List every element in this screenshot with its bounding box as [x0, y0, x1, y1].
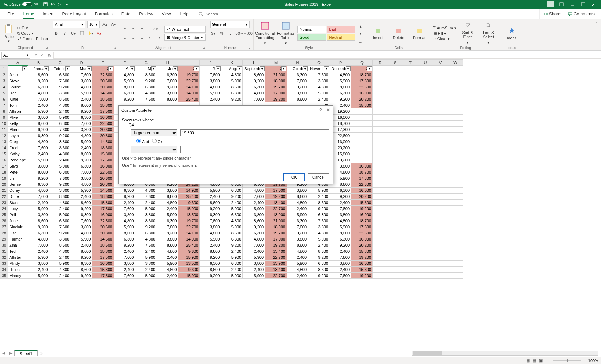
cell[interactable]: 16,000 — [92, 163, 114, 169]
cell[interactable]: 8,600 — [135, 218, 157, 224]
cell[interactable]: ▾ — [8, 66, 28, 72]
cell[interactable] — [373, 248, 388, 254]
column-header[interactable]: O — [308, 60, 330, 66]
cell[interactable]: 2,400 — [135, 267, 157, 273]
cell[interactable]: 8,600 — [287, 96, 308, 102]
cell[interactable] — [448, 242, 463, 248]
cell[interactable]: 14,900 — [178, 236, 200, 242]
align-middle-icon[interactable]: ≡ — [130, 26, 136, 32]
column-header[interactable]: C — [49, 60, 71, 66]
cell[interactable]: Fred — [8, 145, 28, 151]
cell[interactable]: 2,400 — [114, 248, 135, 254]
cell[interactable] — [433, 254, 448, 261]
filter-button[interactable]: ▾ — [44, 66, 49, 71]
cell[interactable]: 7,600 — [287, 224, 308, 230]
cell[interactable]: August▾ — [221, 66, 243, 72]
cell[interactable] — [388, 78, 403, 84]
cell[interactable] — [373, 108, 388, 115]
cell[interactable]: 2,400 — [28, 200, 49, 206]
cell[interactable]: 22,500 — [92, 169, 114, 175]
cell[interactable]: 5,900 — [221, 254, 243, 261]
cell[interactable]: 7,600 — [200, 72, 221, 78]
cell[interactable] — [373, 254, 388, 261]
dialog-launcher-icon[interactable]: ◢ — [114, 46, 116, 50]
cell[interactable] — [373, 139, 388, 145]
cell[interactable]: 7,600 — [28, 145, 49, 151]
cell[interactable] — [403, 121, 418, 127]
cell[interactable]: 6,300 — [200, 261, 221, 267]
cell[interactable]: 8,600 — [221, 84, 243, 90]
cell[interactable]: 8,600 — [71, 200, 92, 206]
cell[interactable]: 15,800 — [92, 102, 114, 108]
cell[interactable]: 21,000 — [265, 72, 287, 78]
redo-icon[interactable] — [57, 2, 62, 7]
style-gallery-up-icon[interactable]: ▴ — [357, 23, 364, 29]
cell[interactable]: 15,800 — [351, 248, 373, 254]
operator-1-select[interactable]: is greater than — [131, 129, 177, 136]
cell[interactable] — [403, 127, 418, 133]
cell[interactable]: Silva — [8, 163, 28, 169]
cell[interactable] — [373, 78, 388, 84]
cell[interactable]: 7,600 — [308, 218, 330, 224]
cell[interactable]: 18,600 — [92, 194, 114, 200]
cell[interactable]: 7,600 — [135, 242, 157, 248]
column-header[interactable]: V — [433, 60, 448, 66]
cell[interactable]: Jean — [8, 72, 28, 78]
cell[interactable]: 6,300 — [71, 261, 92, 267]
cell[interactable]: 4,800 — [243, 90, 265, 96]
cell[interactable] — [448, 261, 463, 267]
cell[interactable]: 9,200 — [71, 206, 92, 212]
border-button[interactable] — [79, 30, 85, 37]
cell[interactable]: 2,400 — [28, 151, 49, 157]
column-header[interactable]: L — [243, 60, 265, 66]
cell[interactable]: 4,800 — [287, 200, 308, 206]
collapse-ribbon-icon[interactable]: ˄ — [593, 21, 600, 27]
column-header[interactable]: A — [8, 60, 28, 66]
cell[interactable]: 5,900 — [200, 236, 221, 242]
cell[interactable]: 17,500 — [92, 108, 114, 115]
cell[interactable] — [351, 151, 373, 157]
cell[interactable]: 7,600 — [243, 242, 265, 248]
cell[interactable]: 6,300 — [71, 115, 92, 121]
cell[interactable] — [418, 273, 433, 279]
cell[interactable]: 19,200 — [351, 273, 373, 279]
cell[interactable]: February▾ — [49, 66, 71, 72]
cell[interactable]: 3,800 — [135, 261, 157, 267]
cell[interactable]: 8,600 — [330, 230, 351, 236]
cell[interactable] — [388, 139, 403, 145]
name-box[interactable]: A1▾ — [1, 52, 30, 59]
cell[interactable]: 19,200 — [265, 242, 287, 248]
cell[interactable]: Q2▾ — [178, 66, 200, 72]
cell[interactable]: 18,700 — [351, 218, 373, 224]
cell[interactable] — [433, 188, 448, 194]
cell[interactable]: 17,000 — [265, 236, 287, 242]
filter-button[interactable]: ▾ — [87, 66, 92, 71]
cell[interactable]: 5,900 — [135, 206, 157, 212]
cell[interactable]: 2,400 — [330, 267, 351, 273]
ok-button[interactable]: OK — [283, 173, 305, 181]
row-header[interactable]: 24 — [0, 206, 8, 212]
cell[interactable] — [433, 72, 448, 78]
cell[interactable]: 8,600 — [308, 267, 330, 273]
cell[interactable] — [373, 133, 388, 139]
cell[interactable] — [388, 230, 403, 236]
zoom-in-button[interactable]: + — [583, 359, 586, 363]
cell[interactable]: 7,600 — [287, 78, 308, 84]
cell[interactable] — [351, 115, 373, 121]
cell[interactable] — [433, 90, 448, 96]
cell[interactable]: 22,500 — [92, 218, 114, 224]
font-family-select[interactable]: Arial▾ — [53, 21, 85, 28]
cell[interactable]: 7,600 — [49, 78, 71, 84]
cell[interactable]: 5,900 — [221, 206, 243, 212]
cell[interactable] — [433, 206, 448, 212]
ideas-button[interactable]: Ideas — [503, 27, 521, 40]
cell[interactable]: 5,900 — [308, 188, 330, 194]
column-header[interactable]: W — [448, 60, 463, 66]
cell[interactable]: 4,800 — [157, 248, 178, 254]
add-sheet-button[interactable]: ⊕ — [38, 351, 45, 355]
cell[interactable] — [403, 267, 418, 273]
sort-filter-button[interactable]: Sort & Filter ▾ — [458, 22, 477, 45]
cell[interactable]: 22,700 — [178, 224, 200, 230]
select-all-corner[interactable] — [0, 60, 8, 66]
cell[interactable] — [403, 90, 418, 96]
